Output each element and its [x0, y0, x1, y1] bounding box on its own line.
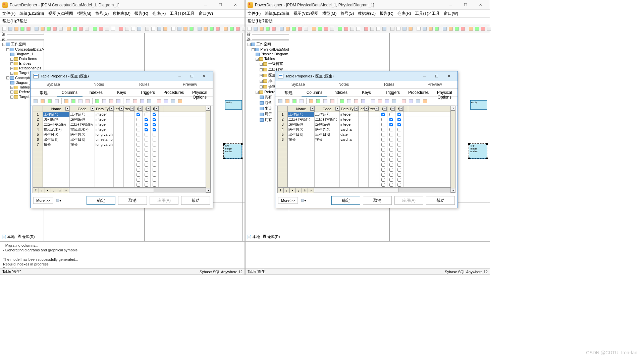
dialog-tab[interactable]: Rules [367, 81, 412, 88]
cell-length[interactable] [114, 132, 124, 137]
grid-row[interactable]: 6擅长擅长varchar [278, 137, 455, 142]
cell-code[interactable] [315, 172, 340, 177]
cell-datatype[interactable] [340, 142, 359, 147]
primary-checkbox[interactable] [381, 178, 385, 182]
cell-primary[interactable] [379, 182, 387, 187]
foreign-checkbox[interactable] [145, 133, 148, 136]
cell-mandatory[interactable] [395, 137, 404, 142]
grid-header-cell[interactable]: F▾ [387, 106, 395, 112]
tree-expander[interactable]: + [260, 85, 263, 88]
maximize-icon[interactable]: ☐ [213, 0, 228, 10]
dialog-toolbar-button[interactable] [401, 98, 407, 104]
tree-expander[interactable]: - [6, 76, 9, 79]
foreign-checkbox[interactable] [145, 183, 148, 187]
menu-item[interactable]: 视图(V):3视图 [48, 11, 73, 16]
cell-foreign[interactable] [387, 142, 395, 147]
primary-checkbox[interactable] [381, 128, 385, 131]
cell-precision[interactable] [369, 172, 379, 177]
cell-code[interactable] [315, 167, 340, 172]
dialog-toolbar-button[interactable] [284, 98, 290, 104]
dialog-toolbar-button[interactable] [408, 98, 414, 104]
toolbar-button[interactable] [448, 26, 453, 32]
tree-expander[interactable]: + [10, 67, 13, 70]
row-number[interactable]: 5 [33, 132, 43, 137]
cell-foreign[interactable] [387, 122, 395, 127]
cell-foreign[interactable] [387, 157, 395, 162]
cell-primary[interactable] [135, 152, 143, 157]
foreign-checkbox[interactable] [145, 173, 148, 177]
row-number[interactable] [278, 147, 288, 152]
menu-item[interactable]: 文件(F) [2, 11, 15, 16]
cell-code[interactable]: 医生姓名 [315, 127, 340, 132]
grid-nav-button[interactable]: • [45, 188, 51, 193]
foreign-checkbox[interactable] [389, 118, 393, 121]
cell-foreign[interactable] [387, 172, 395, 177]
toolbar-button[interactable] [223, 26, 228, 32]
cell-mandatory[interactable] [395, 182, 404, 187]
row-number[interactable] [278, 172, 288, 177]
tree-node[interactable]: Diagram_1 [1, 52, 43, 56]
cell-datatype[interactable] [95, 182, 114, 187]
dialog-toolbar-button[interactable] [101, 98, 107, 104]
toolbar-button[interactable] [323, 26, 329, 32]
cell-code[interactable] [70, 167, 95, 172]
foreign-checkbox[interactable] [145, 143, 148, 146]
tree-expander[interactable]: + [260, 80, 263, 83]
dialog-toolbar-button[interactable] [422, 98, 428, 104]
dialog-toolbar-button[interactable] [415, 98, 421, 104]
cell-primary[interactable] [135, 122, 143, 127]
cell-foreign[interactable] [143, 137, 151, 142]
cell-primary[interactable] [379, 147, 387, 152]
header-dropdown-icon[interactable]: ▾ [138, 107, 142, 111]
dialog-toolbar-button[interactable] [156, 98, 162, 104]
cell-mandatory[interactable] [395, 152, 404, 157]
cell-mandatory[interactable] [151, 152, 159, 157]
cell-foreign[interactable] [387, 132, 395, 137]
cell-datatype[interactable]: varchar [340, 137, 359, 142]
cell-primary[interactable] [379, 162, 387, 167]
toolbar-button[interactable] [235, 26, 240, 32]
mandatory-checkbox[interactable] [153, 153, 156, 157]
foreign-checkbox[interactable] [145, 148, 148, 152]
primary-checkbox[interactable] [137, 128, 140, 131]
foreign-checkbox[interactable] [389, 183, 393, 187]
row-number[interactable] [33, 152, 43, 157]
cell-precision[interactable] [369, 177, 379, 182]
cell-name[interactable] [288, 157, 315, 162]
tree-expander[interactable]: + [10, 72, 13, 75]
primary-checkbox[interactable] [137, 178, 140, 182]
cell-name[interactable] [43, 182, 70, 187]
cell-precision[interactable] [369, 112, 379, 117]
grid-nav-button[interactable]: ↓ [51, 188, 57, 193]
primary-checkbox[interactable] [137, 118, 140, 121]
cell-name[interactable] [288, 142, 315, 147]
toolbar-button[interactable] [382, 26, 387, 32]
menu-item[interactable]: 报告(R) [380, 11, 393, 16]
more-button[interactable]: More >> [33, 197, 53, 204]
cell-primary[interactable] [379, 157, 387, 162]
dialog-tab[interactable]: Physical Options [431, 89, 458, 97]
cell-datatype[interactable] [95, 157, 114, 162]
grid-header-cell[interactable]: Name▾ [288, 106, 315, 112]
close-icon[interactable]: ✕ [473, 0, 488, 10]
tree-node[interactable]: +Data Items [1, 56, 43, 61]
cell-primary[interactable] [379, 142, 387, 147]
dialog-toolbar-button[interactable] [308, 98, 314, 104]
maximize-icon[interactable]: ☐ [458, 0, 473, 10]
grid-header-cell[interactable]: P▾ [379, 106, 387, 112]
primary-checkbox[interactable] [137, 148, 140, 152]
entity-symbol[interactable]: entity [225, 100, 242, 110]
cell-primary[interactable] [135, 172, 143, 177]
minimize-icon[interactable]: ─ [443, 0, 458, 10]
cell-code[interactable]: 工作证号 [315, 112, 340, 117]
dialog-tab[interactable]: Columns [57, 89, 83, 97]
cell-length[interactable] [359, 167, 369, 172]
cell-precision[interactable] [369, 147, 379, 152]
cell-foreign[interactable] [143, 112, 151, 117]
cell-length[interactable] [359, 152, 369, 157]
mandatory-checkbox[interactable] [153, 163, 156, 167]
grid-row[interactable] [33, 147, 210, 152]
cell-foreign[interactable] [143, 152, 151, 157]
help-button[interactable]: 帮助 [181, 196, 210, 205]
cell-length[interactable] [114, 112, 124, 117]
